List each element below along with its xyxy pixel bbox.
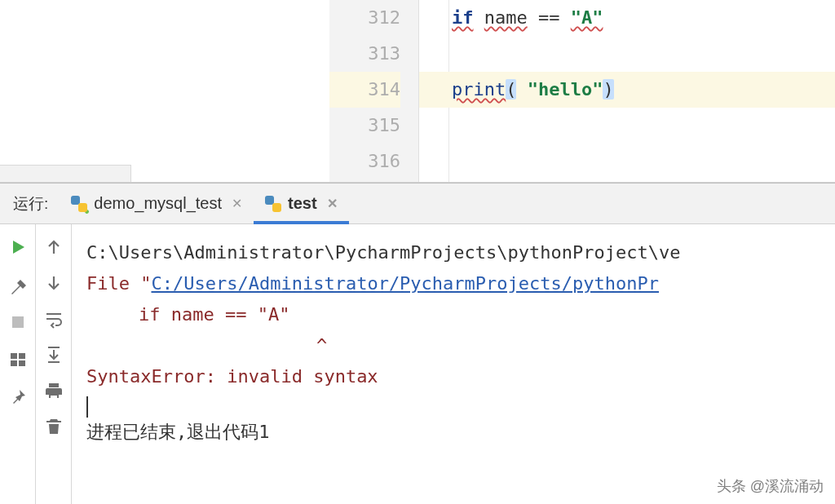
code-line[interactable]: print( "hello") [419,72,835,108]
console-error: SyntaxError: invalid syntax [86,361,835,392]
scroll-up-button[interactable] [44,237,64,257]
settings-button[interactable] [8,275,28,294]
code-line[interactable] [419,144,835,160]
code-area[interactable]: if name == "A" print( "hello") [419,0,835,182]
run-tool-column-primary [0,224,36,504]
svg-rect-2 [19,353,25,359]
run-tool-column-secondary [36,224,72,504]
svg-rect-4 [19,360,25,366]
console-command-line: C:\Users\Administrator\PycharmProjects\p… [86,237,835,268]
console-file-line: File "C:/Users/Administrator/PycharmProj… [86,268,835,299]
code-line[interactable] [419,36,835,72]
svg-rect-1 [11,353,17,359]
line-number: 314 [329,72,400,108]
scroll-to-end-button[interactable] [44,345,64,365]
run-tabs-bar: 运行: demo_mysql_test ✕ test ✕ [0,183,835,224]
code-line[interactable]: if name == "A" [419,0,835,36]
run-tab-test[interactable]: test ✕ [254,183,349,223]
pin-button[interactable] [8,387,28,407]
run-tab-label: demo_mysql_test [94,194,222,213]
run-tab-demo-mysql-test[interactable]: demo_mysql_test ✕ [60,183,254,223]
svg-rect-0 [12,316,24,328]
run-tab-label: test [288,194,317,213]
line-number: 316 [329,144,400,179]
code-editor[interactable]: 312 313 314 315 316 if name == "A" print… [329,0,835,182]
soft-wrap-button[interactable] [44,309,64,329]
line-number: 315 [329,108,400,144]
console-code-echo: if name == "A" [86,299,835,330]
run-label: 运行: [0,183,60,223]
print-button[interactable] [44,381,64,400]
file-link[interactable]: C:/Users/Administrator/PycharmProjects/p… [151,273,659,294]
run-panel: 运行: demo_mysql_test ✕ test ✕ [0,183,835,504]
scroll-down-button[interactable] [44,273,64,293]
python-icon [265,196,281,212]
code-line[interactable] [419,108,835,144]
layout-button[interactable] [8,350,28,369]
close-icon[interactable]: ✕ [232,196,242,211]
line-gutter: 312 313 314 315 316 [329,0,419,182]
line-number: 313 [329,36,400,72]
console-cursor-line [86,392,835,417]
close-icon[interactable]: ✕ [327,196,338,211]
console-exit-line: 进程已结束,退出代码1 [86,417,835,448]
console-caret: ^ [86,330,835,361]
console-output[interactable]: C:\Users\Administrator\PycharmProjects\p… [72,224,835,504]
text-cursor [86,396,88,418]
rerun-button[interactable] [8,237,28,257]
line-number: 312 [329,0,400,36]
trash-button[interactable] [44,417,64,436]
svg-rect-3 [11,360,17,366]
editor-pane: 312 313 314 315 316 if name == "A" print… [0,0,835,183]
python-icon [71,196,87,212]
editor-left-spacer [0,0,329,182]
stop-button[interactable] [8,312,28,332]
